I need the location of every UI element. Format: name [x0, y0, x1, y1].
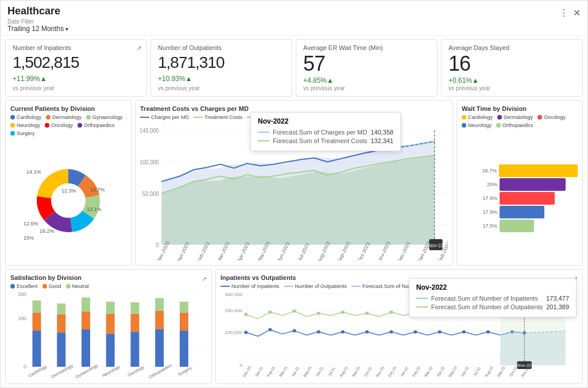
svg-text:Aug-21: Aug-21 — [339, 366, 350, 378]
charts-row-middle: Current Patients by Division CardiologyD… — [5, 100, 583, 266]
svg-point-101 — [462, 330, 466, 333]
legend-color-indicator — [496, 123, 501, 128]
satisfaction-expand-icon[interactable]: ↗ — [202, 275, 207, 283]
io-tooltip-label-2: Forecast.Sum of Number of Outpatients — [431, 304, 543, 310]
svg-text:14.1%: 14.1% — [26, 169, 41, 175]
svg-text:Surgery: Surgery — [177, 365, 192, 377]
inpatients-tooltip-title: Nov-2022 — [416, 283, 569, 291]
treatment-tooltip-row-1: Forecast.Sum of Charges per MD 140,358 — [258, 129, 393, 136]
kpi-days-stayed-title: Average Days Stayed — [448, 44, 575, 51]
svg-point-98 — [389, 330, 393, 333]
svg-text:Apr-22: Apr-22 — [436, 366, 446, 377]
svg-rect-53 — [106, 302, 115, 314]
satisfaction-chart: Satisfaction by Division ↗ ExcellentGood… — [5, 269, 212, 384]
svg-text:300,000: 300,000 — [225, 292, 243, 297]
more-options-button[interactable]: ⋮ — [559, 7, 568, 18]
funnel-pct-2: 17.9% — [479, 195, 497, 201]
svg-text:200,000: 200,000 — [225, 308, 243, 313]
legend-label: Neurology — [468, 122, 492, 128]
svg-rect-59 — [155, 298, 164, 311]
legend-label: Gynaecology — [92, 114, 123, 120]
svg-rect-49 — [82, 312, 90, 329]
kpi-inpatients-prev: vs previous year — [13, 85, 140, 91]
tooltip-label-2: Forecast.Sum of Treatment Costs — [273, 137, 367, 144]
io-tooltip-val-1: 173,477 — [546, 295, 569, 302]
legend-color-indicator — [10, 131, 15, 136]
kpi-days-stayed: Average Days Stayed 16 +0.61%▲ vs previo… — [441, 39, 583, 97]
funnel-row-4: 17.5% — [479, 220, 578, 232]
legend-item: Neurology — [10, 122, 40, 128]
wait-time-chart: Wait Time by Division CardiologyDermatol… — [457, 100, 583, 266]
inpatients-outpatients-title: Inpatients vs Outpatients — [220, 274, 296, 281]
svg-text:Sep-21: Sep-21 — [351, 366, 362, 378]
svg-text:Sep-22: Sep-22 — [496, 366, 507, 378]
legend-color-indicator — [351, 286, 361, 287]
svg-rect-52 — [106, 314, 115, 334]
legend-label: Good — [49, 283, 61, 289]
svg-text:Jan-22: Jan-22 — [399, 366, 409, 377]
main-content: Number of Inpatients ↗ 1,502,815 +11.99%… — [1, 36, 587, 387]
legend-item: Number of Outpatients — [284, 283, 347, 289]
close-button[interactable]: ✕ — [573, 7, 581, 18]
svg-text:Dec-20: Dec-20 — [242, 366, 252, 378]
legend-color-indicator — [140, 117, 149, 118]
svg-rect-58 — [155, 311, 164, 329]
kpi-inpatients-change: +11.99%▲ — [13, 75, 140, 83]
inpatients-outpatients-chart: Inpatients vs Outpatients ↗ Number of In… — [215, 269, 583, 384]
date-filter-dropdown[interactable]: Trailing 12 Months ▾ — [7, 25, 68, 33]
header-left: Healthcare Date Filter Trailing 12 Month… — [7, 5, 68, 33]
treatment-costs-chart: Treatment Costs vs Charges per MD Charge… — [135, 100, 453, 266]
legend-color-indicator — [78, 123, 82, 128]
legend-label: Neurology — [17, 122, 40, 128]
chevron-down-icon: ▾ — [65, 26, 68, 32]
svg-point-92 — [244, 331, 247, 334]
funnel-row-1: 20% — [479, 178, 578, 191]
svg-rect-62 — [180, 302, 188, 313]
legend-item: Dermatology — [497, 114, 533, 120]
kpi-inpatients: Number of Inpatients ↗ 1,502,815 +11.99%… — [5, 39, 147, 97]
legend-item: Excellent — [10, 283, 38, 289]
svg-text:100,000: 100,000 — [225, 330, 243, 335]
legend-color-indicator — [462, 115, 466, 120]
tooltip-label-1: Forecast.Sum of Charges per MD — [273, 129, 367, 136]
svg-text:0: 0 — [156, 241, 158, 248]
legend-color-indicator — [42, 284, 47, 289]
funnel-pct-1: 20% — [479, 182, 497, 187]
svg-point-94 — [292, 329, 296, 333]
svg-point-82 — [317, 312, 320, 315]
current-patients-title: Current Patients by Division — [10, 105, 126, 112]
legend-item: Charges per MD — [140, 114, 189, 120]
kpi-inpatients-title: Number of Inpatients — [13, 44, 140, 51]
funnel-bar-4 — [500, 220, 534, 232]
io-tooltip-val-2: 201,389 — [546, 304, 569, 310]
kpi-er-wait-change: +4.85%▲ — [303, 76, 430, 84]
external-link-icon[interactable]: ↗ — [136, 44, 142, 52]
kpi-er-wait-prev: vs previous year — [303, 85, 430, 91]
legend-color-indicator — [497, 115, 502, 120]
svg-text:Oct-21: Oct-21 — [363, 366, 373, 377]
funnel-bar-0 — [499, 164, 578, 177]
current-patients-chart: Current Patients by Division CardiologyD… — [5, 100, 131, 266]
svg-rect-61 — [180, 313, 188, 331]
header: Healthcare Date Filter Trailing 12 Month… — [1, 1, 587, 36]
legend-label: Surgery — [17, 130, 35, 136]
kpi-row: Number of Inpatients ↗ 1,502,815 +11.99%… — [5, 39, 583, 97]
svg-rect-43 — [32, 313, 41, 331]
legend-item: Neutral — [66, 283, 89, 289]
funnel-bar-3 — [500, 206, 544, 218]
kpi-outpatients-change: +10.93%▲ — [158, 75, 285, 83]
svg-point-83 — [341, 310, 345, 314]
svg-text:0: 0 — [239, 363, 242, 368]
svg-point-102 — [486, 330, 490, 333]
legend-item: Surgery — [10, 130, 35, 136]
legend-color-indicator — [66, 284, 71, 289]
svg-text:Dec-21: Dec-21 — [387, 366, 397, 378]
svg-text:Jul-22: Jul-22 — [472, 366, 481, 377]
svg-text:Oct-22: Oct-22 — [508, 366, 518, 377]
legend-label: Treatment Costs — [204, 114, 242, 120]
svg-text:Nov-21: Nov-21 — [375, 366, 385, 378]
funnel-pct-3: 17.9% — [479, 209, 497, 215]
legend-label: Charges per MD — [151, 114, 189, 120]
inpatients-tooltip-row-1: Forecast.Sum of Number of Inpatients 173… — [416, 295, 569, 302]
svg-text:140,000: 140,000 — [140, 127, 159, 134]
